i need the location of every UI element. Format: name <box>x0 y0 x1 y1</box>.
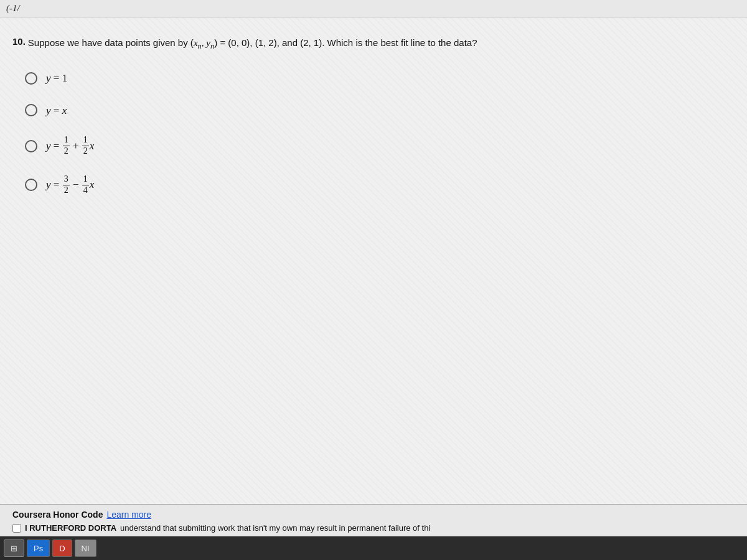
taskbar: ⊞ Ps D NI <box>0 536 747 560</box>
checkbox-rest-text: understand that submitting work that isn… <box>120 523 430 533</box>
radio-4[interactable] <box>25 179 37 191</box>
frac-4a-num: 3 <box>63 174 70 185</box>
frac-3a-den: 2 <box>63 146 70 157</box>
question-number: 10. <box>12 36 26 47</box>
question-header: 10. Suppose we have data points given by… <box>12 36 735 52</box>
math-xn: xn, yn <box>194 38 214 48</box>
checkbox-bold-text: I RUTHERFORD DORTA <box>25 523 116 533</box>
honor-code-line: Coursera Honor Code Learn more <box>12 510 735 520</box>
frac-4a-den: 2 <box>63 185 70 196</box>
option-3[interactable]: y = 1 2 + 1 2 x <box>25 135 735 157</box>
honor-code-label: Coursera Honor Code <box>12 510 103 520</box>
taskbar-ni-button[interactable]: NI <box>75 539 96 557</box>
fraction-3a: 1 2 <box>63 135 70 157</box>
main-content: 10. Suppose we have data points given by… <box>0 17 747 504</box>
fraction-4b: 1 4 <box>82 174 89 196</box>
p-label: D <box>59 544 65 553</box>
ni-label: NI <box>82 544 90 553</box>
top-formula: (-1/ <box>6 3 20 14</box>
option-4[interactable]: y = 3 2 − 1 4 x <box>25 174 735 196</box>
fraction-4a: 3 2 <box>63 174 70 196</box>
question-text: Suppose we have data points given by (xn… <box>28 36 477 52</box>
fraction-3b: 1 2 <box>82 135 89 157</box>
option-3-math: y = 1 2 + 1 2 x <box>46 135 94 157</box>
radio-3[interactable] <box>25 140 37 152</box>
option-2[interactable]: y = x <box>25 103 735 118</box>
frac-4b-den: 4 <box>82 185 89 196</box>
radio-1[interactable] <box>25 72 37 85</box>
frac-3b-den: 2 <box>82 146 89 157</box>
start-icon: ⊞ <box>11 544 17 553</box>
frac-4b-num: 1 <box>82 174 89 185</box>
option-1-math: y = 1 <box>46 71 67 86</box>
option-2-math: y = x <box>46 103 67 118</box>
honor-checkbox[interactable] <box>12 524 21 533</box>
taskbar-ps-button[interactable]: Ps <box>27 539 50 557</box>
option-4-math: y = 3 2 − 1 4 x <box>46 174 94 196</box>
footer-area: Coursera Honor Code Learn more I RUTHERF… <box>0 504 747 536</box>
taskbar-start[interactable]: ⊞ <box>4 539 24 557</box>
option-1[interactable]: y = 1 <box>25 71 735 86</box>
taskbar-p-button[interactable]: D <box>52 539 72 557</box>
checkbox-line[interactable]: I RUTHERFORD DORTA understand that submi… <box>12 523 735 533</box>
learn-more-link[interactable]: Learn more <box>106 510 151 520</box>
frac-3a-num: 1 <box>63 135 70 146</box>
options-list: y = 1 y = x y = 1 2 + 1 2 <box>25 71 735 196</box>
top-bar: (-1/ <box>0 0 747 17</box>
frac-3b-num: 1 <box>82 135 89 146</box>
radio-2[interactable] <box>25 104 37 116</box>
ps-label: Ps <box>34 544 43 553</box>
